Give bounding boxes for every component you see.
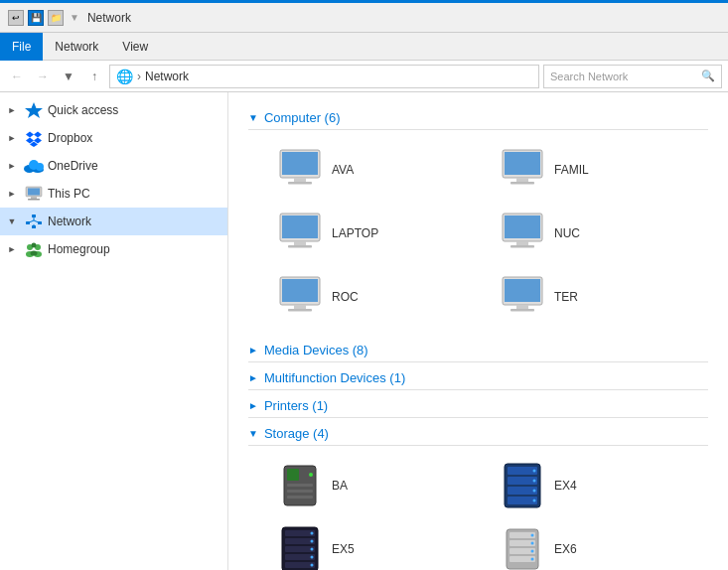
item-name-famil: FAMIL — [554, 163, 589, 177]
section-title-storage[interactable]: Storage (4) — [264, 426, 329, 441]
svg-point-21 — [32, 243, 37, 248]
tb-icon-1: ↩ — [8, 10, 24, 26]
grid-item-laptop[interactable]: LAPTOP — [268, 204, 487, 263]
sidebar-item-quick-access[interactable]: ► Quick access — [0, 96, 227, 124]
svg-rect-9 — [32, 214, 36, 217]
section-title-computer[interactable]: Computer (6) — [264, 110, 341, 125]
computer-icon-laptop — [276, 210, 324, 257]
content-area: ▼ Computer (6) AVA — [228, 92, 728, 570]
svg-rect-38 — [510, 245, 534, 248]
section-title-printers[interactable]: Printers (1) — [264, 398, 328, 413]
section-toggle-storage[interactable]: ▼ — [248, 428, 258, 439]
item-name-ter: TER — [554, 290, 578, 304]
nav-forward[interactable]: → — [32, 66, 54, 87]
svg-point-69 — [311, 540, 314, 543]
svg-point-71 — [311, 556, 314, 559]
breadcrumb-icon: 🌐 — [116, 69, 133, 84]
expand-arrow-homegroup: ► — [4, 241, 20, 257]
section-header-printers: ► Printers (1) — [248, 398, 708, 418]
grid-item-nuc[interactable]: NUC — [491, 204, 709, 263]
onedrive-icon — [24, 156, 44, 176]
svg-rect-30 — [510, 182, 534, 185]
nas-icon-ex6 — [499, 525, 546, 570]
nav-back[interactable]: ← — [6, 66, 28, 87]
sidebar-item-dropbox[interactable]: ► Dropbox — [0, 124, 227, 152]
svg-point-58 — [533, 470, 536, 473]
expand-arrow-dropbox: ► — [4, 130, 20, 146]
svg-point-61 — [533, 499, 536, 502]
svg-rect-32 — [282, 215, 318, 238]
section-title-media[interactable]: Media Devices (8) — [264, 343, 368, 357]
svg-rect-33 — [294, 241, 306, 245]
svg-point-60 — [533, 490, 536, 493]
quick-access-icon — [24, 100, 44, 120]
section-toggle-media[interactable]: ► — [248, 345, 258, 356]
computer-icon-ter — [499, 273, 546, 321]
svg-point-70 — [311, 548, 314, 551]
svg-rect-40 — [282, 279, 318, 302]
svg-rect-28 — [505, 152, 540, 175]
svg-rect-51 — [287, 490, 313, 493]
grid-item-ter[interactable]: TER — [491, 267, 709, 327]
expand-arrow-network: ▼ — [4, 214, 20, 229]
section-toggle-printers[interactable]: ► — [248, 400, 258, 411]
svg-rect-50 — [287, 484, 313, 487]
svg-rect-37 — [516, 241, 528, 245]
grid-item-roc[interactable]: ROC — [268, 267, 487, 327]
breadcrumb-text: Network — [145, 70, 189, 83]
section-header-media: ► Media Devices (8) — [248, 343, 708, 362]
menu-network[interactable]: Network — [43, 33, 110, 61]
computer-icon-ava — [276, 146, 324, 194]
sidebar-label-dropbox: Dropbox — [48, 131, 92, 145]
section-toggle-computer[interactable]: ▼ — [248, 112, 258, 123]
svg-point-22 — [31, 251, 38, 256]
homegroup-icon — [24, 239, 44, 259]
svg-point-59 — [533, 480, 536, 483]
search-bar[interactable]: Search Network 🔍 — [543, 65, 722, 88]
svg-rect-41 — [294, 305, 306, 309]
sidebar-item-this-pc[interactable]: ► This PC — [0, 180, 227, 208]
svg-rect-42 — [288, 309, 312, 312]
svg-rect-44 — [505, 279, 540, 302]
grid-item-ba[interactable]: BA — [268, 456, 487, 515]
svg-rect-6 — [28, 189, 40, 196]
sidebar-item-homegroup[interactable]: ► Homegroup — [0, 235, 227, 263]
grid-item-famil[interactable]: FAMIL — [491, 140, 709, 200]
tb-dropdown-arrow[interactable]: ▼ — [70, 12, 79, 23]
menu-file[interactable]: File — [0, 33, 43, 61]
item-name-ex5: EX5 — [332, 542, 355, 556]
section-header-multifunction: ► Multifunction Devices (1) — [248, 370, 708, 390]
grid-item-ex6[interactable]: EX6 — [491, 519, 709, 570]
search-icon: 🔍 — [701, 70, 715, 82]
svg-point-72 — [311, 564, 314, 567]
nav-up[interactable]: ↑ — [83, 66, 105, 87]
sidebar-label-homegroup: Homegroup — [48, 242, 110, 256]
computer-icon-nuc — [499, 210, 546, 257]
tb-icon-2: 💾 — [28, 10, 44, 26]
nas-icon-ex4 — [499, 462, 546, 509]
grid-item-ava[interactable]: AVA — [268, 140, 487, 200]
svg-rect-7 — [31, 197, 37, 199]
title-bar-icons: ↩ 💾 📁 ▼ — [8, 10, 79, 26]
nav-recent[interactable]: ▼ — [58, 66, 79, 87]
sidebar-item-network[interactable]: ▼ Network — [0, 208, 227, 235]
section-title-multifunction[interactable]: Multifunction Devices (1) — [264, 370, 405, 385]
item-name-ex6: EX6 — [554, 542, 577, 556]
section-toggle-multifunction[interactable]: ► — [248, 372, 258, 383]
breadcrumb-sep: › — [137, 70, 141, 83]
sidebar-label-quick-access: Quick access — [48, 103, 118, 117]
svg-point-79 — [531, 542, 534, 545]
sidebar-label-network: Network — [48, 214, 91, 228]
nas-icon-ex5 — [276, 525, 324, 570]
svg-rect-12 — [32, 225, 36, 228]
grid-item-ex5[interactable]: EX5 — [268, 519, 487, 570]
svg-point-81 — [531, 558, 534, 561]
expand-arrow-quick-access: ► — [4, 102, 20, 118]
expand-arrow-this-pc: ► — [4, 186, 20, 202]
menu-view[interactable]: View — [110, 33, 160, 61]
svg-rect-46 — [510, 309, 534, 312]
sidebar-item-onedrive[interactable]: ► OneDrive — [0, 152, 227, 180]
main-layout: ► Quick access ► Dropbox ► — [0, 92, 728, 570]
svg-rect-25 — [294, 178, 306, 182]
grid-item-ex4[interactable]: EX4 — [491, 456, 709, 515]
